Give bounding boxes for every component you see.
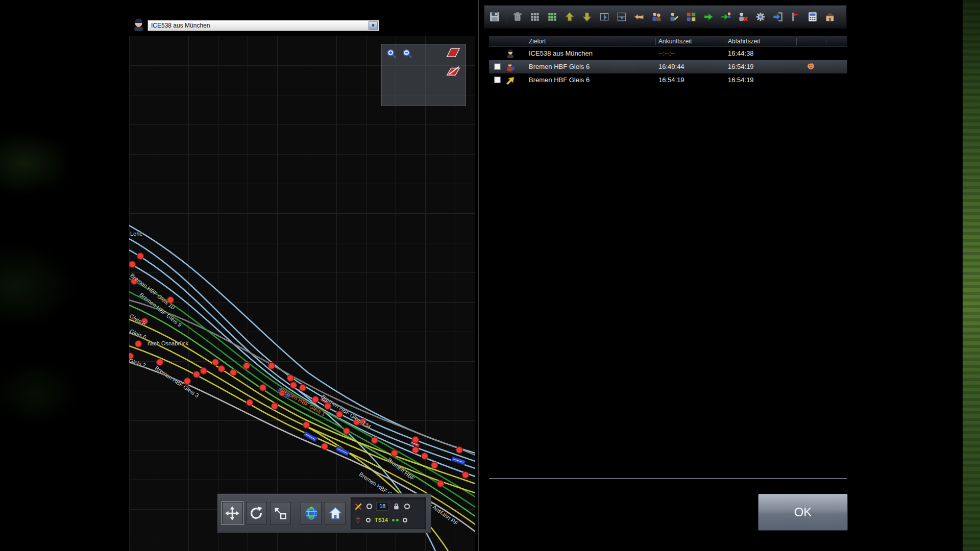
row-checkbox[interactable] — [494, 63, 501, 70]
track-line — [129, 263, 475, 477]
table-row[interactable]: ICE538 aus München--:--:--16:44:38 — [489, 47, 847, 60]
train-selector-dropdown[interactable]: ICE538 aus München ▼ — [148, 20, 379, 31]
table-row[interactable]: Bremen HBF Gleis 616:49:4416:54:19 — [489, 60, 847, 73]
radio-ring-icon[interactable] — [404, 504, 410, 509]
radio-ring-icon[interactable] — [403, 518, 407, 522]
signal-dot[interactable] — [437, 481, 444, 487]
person-edit-button[interactable] — [666, 7, 682, 27]
flag-button[interactable] — [787, 7, 803, 27]
people-button[interactable] — [648, 7, 665, 27]
zielort-cell: ICE538 aus München — [529, 47, 653, 60]
split-h-button[interactable] — [614, 7, 630, 27]
signal-dot[interactable] — [412, 437, 419, 443]
grid-green-icon — [547, 11, 558, 22]
transform-icon — [273, 506, 287, 520]
split-v-button[interactable] — [596, 7, 612, 27]
green-arrow-person-button[interactable] — [718, 7, 734, 27]
column-header-ankunftszeit[interactable]: Ankunftszeit — [658, 36, 692, 47]
move-tool-button[interactable] — [222, 502, 243, 524]
shed-button[interactable] — [822, 7, 838, 27]
track-tool-button[interactable] — [445, 47, 462, 59]
row-icon-cell — [505, 47, 520, 60]
flag-icon — [790, 11, 801, 22]
signal-dot[interactable] — [372, 437, 378, 444]
rotate-icon — [249, 506, 264, 521]
ankunftszeit-cell: 16:54:19 — [658, 73, 723, 87]
signal-dot[interactable] — [412, 447, 419, 454]
color-grid-button[interactable] — [683, 7, 699, 27]
exit-door-icon — [772, 11, 783, 22]
home-button[interactable] — [325, 502, 346, 524]
trash-button[interactable] — [509, 7, 526, 27]
hand-button[interactable] — [631, 7, 647, 27]
signal-dot[interactable] — [344, 428, 350, 435]
panel-divider — [478, 0, 479, 551]
gear-button[interactable] — [752, 7, 769, 27]
rotate-tool-button[interactable] — [246, 502, 267, 524]
map-label: nach Osnabrück — [148, 340, 188, 346]
signal-dot[interactable] — [462, 472, 469, 479]
table-row[interactable]: Bremen HBF Gleis 616:54:1916:54:19 — [489, 73, 847, 87]
globe-button[interactable] — [301, 502, 322, 524]
signal-dot[interactable] — [268, 363, 275, 369]
signal-dot[interactable] — [135, 341, 142, 347]
signal-dot[interactable] — [312, 396, 319, 403]
green-arrow-plus-button[interactable] — [700, 7, 717, 27]
signal-dot[interactable] — [322, 443, 328, 450]
track-edit-button[interactable] — [445, 65, 462, 78]
signal-dot[interactable] — [193, 371, 200, 378]
radio-ring-icon[interactable] — [366, 518, 371, 522]
signal-dot[interactable] — [303, 422, 310, 429]
row-checkbox[interactable] — [494, 77, 501, 83]
signal-dot[interactable] — [456, 447, 463, 454]
chevron-down-icon[interactable]: ▼ — [369, 21, 378, 30]
arrow-up-button[interactable] — [561, 7, 578, 27]
grid-gray-button[interactable] — [527, 7, 543, 27]
keypad-button[interactable] — [804, 7, 821, 27]
zoom-out-button[interactable] — [401, 48, 413, 60]
abfahrtszeit-cell: 16:44:38 — [728, 47, 792, 60]
signal-dot[interactable] — [230, 369, 237, 376]
yellow-arrow-icon — [505, 75, 516, 85]
radio-ring-icon[interactable] — [366, 504, 372, 509]
grid-green-button[interactable] — [544, 7, 560, 27]
column-header-zielort[interactable]: Zielort — [529, 36, 546, 47]
column-header-abfahrtszeit[interactable]: Abfahrtszeit — [728, 36, 760, 47]
header-separator — [655, 38, 656, 45]
signal-dot[interactable] — [247, 399, 253, 406]
signal-dot[interactable] — [422, 453, 428, 460]
person-x-button[interactable] — [735, 7, 751, 27]
signal-dot[interactable] — [218, 366, 225, 372]
signal-count-value[interactable]: 18 — [376, 502, 388, 511]
signal-dot[interactable] — [243, 363, 250, 369]
green-dots-icon — [392, 519, 399, 521]
signal-dot[interactable] — [300, 385, 306, 391]
save-button[interactable] — [486, 7, 503, 27]
signal-dot[interactable] — [391, 450, 398, 457]
signal-dot[interactable] — [287, 375, 294, 382]
signal-dot[interactable] — [212, 359, 219, 366]
background-scenery-right — [963, 0, 980, 551]
train-avatar-icon — [132, 17, 145, 31]
exit-door-button[interactable] — [770, 7, 786, 27]
hand-icon — [633, 11, 645, 22]
signal-dot[interactable] — [137, 253, 144, 260]
transform-tool-button[interactable] — [270, 502, 291, 524]
zielort-cell: Bremen HBF Gleis 6 — [529, 60, 653, 73]
signal-dot[interactable] — [290, 382, 297, 389]
signal-dot[interactable] — [260, 385, 266, 391]
signal-dot[interactable] — [431, 462, 438, 469]
track-map[interactable]: LeheBremen HBF Gleis 10Bremen HBF Gleis … — [129, 36, 475, 551]
signal-dot[interactable] — [129, 261, 136, 268]
toolbar-separator — [504, 9, 508, 24]
zielort-cell: Bremen HBF Gleis 6 — [529, 73, 653, 87]
zoom-in-button[interactable] — [385, 48, 398, 60]
signal-row-bottom: TS14 — [354, 513, 423, 527]
arrow-down-button[interactable] — [579, 7, 595, 27]
row-end-cell — [806, 60, 826, 73]
signal-dot[interactable] — [272, 403, 278, 410]
move-icon — [225, 506, 240, 521]
map-panel: ICE538 aus München ▼ LeheBremen HBF Glei… — [129, 0, 475, 551]
signal-dot[interactable] — [201, 368, 207, 374]
ok-button[interactable]: OK — [758, 494, 848, 531]
